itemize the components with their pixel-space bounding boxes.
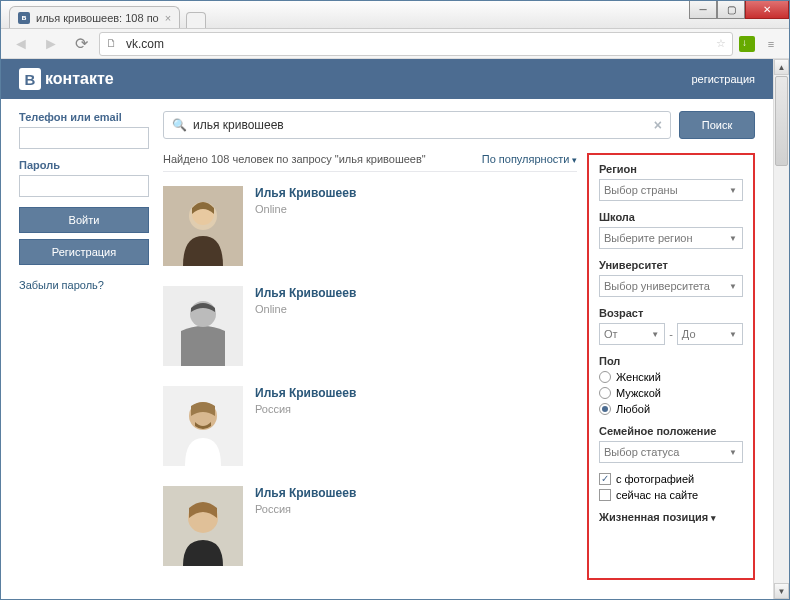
- person-name[interactable]: Илья Кривошеев: [255, 386, 356, 400]
- bookmark-star-icon[interactable]: ☆: [716, 37, 726, 50]
- forward-button[interactable]: ►: [39, 32, 63, 56]
- with-photo-checkbox[interactable]: ✓ с фотографией: [599, 473, 743, 485]
- age-from-select[interactable]: От: [599, 323, 665, 345]
- vk-favicon: в: [18, 12, 30, 24]
- avatar[interactable]: [163, 486, 243, 566]
- scroll-thumb[interactable]: [775, 76, 788, 166]
- radio-icon: [599, 371, 611, 383]
- search-button[interactable]: Поиск: [679, 111, 755, 139]
- person-result: Илья Кривошеев Россия: [163, 480, 577, 580]
- school-label: Школа: [599, 211, 743, 223]
- chrome-menu-button[interactable]: ≡: [761, 34, 781, 54]
- person-name[interactable]: Илья Кривошеев: [255, 286, 356, 300]
- url-text: vk.com: [126, 37, 164, 51]
- avatar[interactable]: [163, 186, 243, 266]
- vk-logo[interactable]: В контакте: [19, 68, 114, 90]
- radio-label: Любой: [616, 403, 650, 415]
- search-input[interactable]: [193, 118, 648, 132]
- filters-panel: Регион Выбор страны Школа Выберите регио…: [587, 153, 755, 580]
- search-icon: 🔍: [172, 118, 187, 132]
- scroll-up-button[interactable]: ▲: [774, 59, 789, 75]
- header-register-link[interactable]: регистрация: [691, 73, 755, 85]
- avatar[interactable]: [163, 386, 243, 466]
- browser-tab[interactable]: в илья кривошеев: 108 по ×: [9, 6, 180, 28]
- checkbox-icon: [599, 489, 611, 501]
- vk-logo-text: контакте: [45, 70, 114, 88]
- sex-any-radio[interactable]: Любой: [599, 403, 743, 415]
- person-status: Online: [255, 303, 356, 315]
- radio-label: Женский: [616, 371, 661, 383]
- window-titlebar: в илья кривошеев: 108 по × ─ ▢ ✕: [1, 1, 789, 29]
- checkbox-label: сейчас на сайте: [616, 489, 698, 501]
- person-status: Россия: [255, 403, 356, 415]
- new-tab-button[interactable]: [186, 12, 206, 28]
- password-input[interactable]: [19, 175, 149, 197]
- region-select[interactable]: Выбор страны: [599, 179, 743, 201]
- person-status: Россия: [255, 503, 356, 515]
- forgot-password-link[interactable]: Забыли пароль?: [19, 279, 149, 291]
- phone-label: Телефон или email: [19, 111, 149, 123]
- life-position-expand[interactable]: Жизненная позиция: [599, 511, 743, 523]
- clear-search-icon[interactable]: ×: [654, 117, 662, 133]
- sex-female-radio[interactable]: Женский: [599, 371, 743, 383]
- register-button[interactable]: Регистрация: [19, 239, 149, 265]
- radio-label: Мужской: [616, 387, 661, 399]
- browser-toolbar: ◄ ► ⟳ 🗋 vk.com ☆ ≡: [1, 29, 789, 59]
- login-button[interactable]: Войти: [19, 207, 149, 233]
- radio-icon: [599, 403, 611, 415]
- sort-dropdown[interactable]: По популярности: [482, 153, 577, 165]
- vk-header: В контакте регистрация: [1, 59, 773, 99]
- person-name[interactable]: Илья Кривошеев: [255, 486, 356, 500]
- results-count: Найдено 108 человек по запросу "илья кри…: [163, 153, 426, 165]
- password-label: Пароль: [19, 159, 149, 171]
- sex-label: Пол: [599, 355, 743, 367]
- person-result: Илья Кривошеев Online: [163, 180, 577, 280]
- person-status: Online: [255, 203, 356, 215]
- login-sidebar: Телефон или email Пароль Войти Регистрац…: [19, 111, 149, 580]
- tab-close-icon[interactable]: ×: [165, 12, 171, 24]
- person-result: Илья Кривошеев Россия: [163, 380, 577, 480]
- scroll-down-button[interactable]: ▼: [774, 583, 789, 599]
- vk-logo-icon: В: [19, 68, 41, 90]
- age-dash: -: [669, 328, 673, 340]
- checkbox-label: с фотографией: [616, 473, 694, 485]
- age-label: Возраст: [599, 307, 743, 319]
- download-icon[interactable]: [739, 36, 755, 52]
- window-close-button[interactable]: ✕: [745, 1, 789, 19]
- page-icon: 🗋: [106, 37, 120, 51]
- back-button[interactable]: ◄: [9, 32, 33, 56]
- family-label: Семейное положение: [599, 425, 743, 437]
- tab-title: илья кривошеев: 108 по: [36, 12, 159, 24]
- avatar[interactable]: [163, 286, 243, 366]
- university-label: Университет: [599, 259, 743, 271]
- person-name[interactable]: Илья Кривошеев: [255, 186, 356, 200]
- window-minimize-button[interactable]: ─: [689, 1, 717, 19]
- reload-button[interactable]: ⟳: [69, 32, 93, 56]
- checkbox-icon: ✓: [599, 473, 611, 485]
- sex-male-radio[interactable]: Мужской: [599, 387, 743, 399]
- radio-icon: [599, 387, 611, 399]
- family-select[interactable]: Выбор статуса: [599, 441, 743, 463]
- age-to-select[interactable]: До: [677, 323, 743, 345]
- region-label: Регион: [599, 163, 743, 175]
- school-select[interactable]: Выберите регион: [599, 227, 743, 249]
- online-now-checkbox[interactable]: сейчас на сайте: [599, 489, 743, 501]
- university-select[interactable]: Выбор университета: [599, 275, 743, 297]
- address-bar[interactable]: 🗋 vk.com ☆: [99, 32, 733, 56]
- phone-input[interactable]: [19, 127, 149, 149]
- search-box: 🔍 ×: [163, 111, 671, 139]
- person-result: Илья Кривошеев Online: [163, 280, 577, 380]
- vertical-scrollbar[interactable]: ▲ ▼: [773, 59, 789, 599]
- window-maximize-button[interactable]: ▢: [717, 1, 745, 19]
